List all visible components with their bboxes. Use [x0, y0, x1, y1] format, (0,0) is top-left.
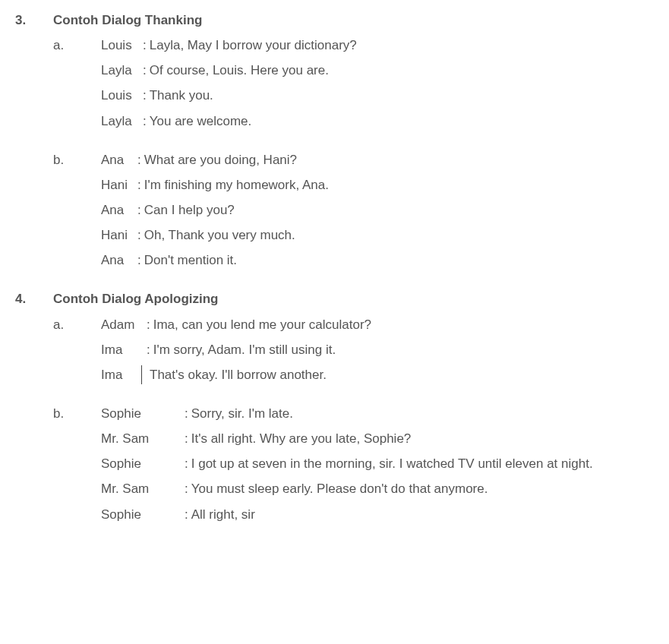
dialog-colon: :	[143, 58, 150, 83]
dialog-speaker: Louis	[101, 83, 143, 108]
section-header: 3.Contoh Dialog Thanking	[15, 8, 654, 33]
dialog-line: Sophie:I got up at seven in the morning,…	[101, 451, 654, 476]
subsection-letter: a.	[53, 312, 101, 387]
section-number: 3.	[15, 8, 53, 33]
dialog-line: Hani:Oh, Thank you very much.	[101, 223, 654, 248]
dialog-colon: :	[143, 83, 150, 108]
dialog-text: Oh, Thank you very much.	[144, 223, 654, 248]
dialog-speaker: Adam	[101, 312, 147, 337]
dialog-speaker: Layla	[101, 58, 143, 83]
dialog-text: Thank you.	[150, 83, 654, 108]
dialog-line: Ana:What are you doing, Hani?	[101, 147, 654, 172]
section: 3.Contoh Dialog Thankinga.Louis:Layla, M…	[15, 8, 654, 273]
dialog-block: Ana:What are you doing, Hani?Hani:I'm fi…	[101, 147, 654, 273]
dialog-colon: :	[137, 172, 144, 197]
dialog-line: Adam:Ima, can you lend me your calculato…	[101, 312, 654, 337]
subsection-letter: b.	[53, 401, 101, 527]
dialog-block: Adam:Ima, can you lend me your calculato…	[101, 312, 654, 387]
dialog-text: You are welcome.	[150, 109, 654, 134]
dialog-colon: :	[185, 426, 191, 451]
dialog-line: Ana:Don't mention it.	[101, 248, 654, 273]
dialog-speaker: Ima	[101, 337, 147, 362]
dialog-colon: :	[185, 476, 191, 501]
dialog-line: Mr. Sam:It's all right. Why are you late…	[101, 426, 654, 451]
dialog-colon: :	[137, 223, 144, 248]
dialog-speaker: Ana	[101, 197, 137, 223]
subsection: b.Sophie:Sorry, sir. I'm late.Mr. Sam:It…	[53, 401, 654, 527]
dialog-line: Louis:Layla, May I borrow your dictionar…	[101, 33, 654, 58]
dialog-colon: :	[185, 401, 191, 426]
dialog-text: You must sleep early. Please don't do th…	[191, 476, 654, 501]
dialog-line: Hani:I'm finishing my homework, Ana.	[101, 172, 654, 197]
dialog-colon: :	[137, 147, 144, 172]
dialog-colon: :	[143, 109, 150, 134]
dialog-text: Don't mention it.	[144, 248, 654, 273]
dialog-text: Can I help you?	[144, 197, 654, 223]
dialog-line: Layla:Of course, Louis. Here you are.	[101, 58, 654, 83]
dialog-line: ImaThat's okay. I'll borrow another.	[101, 362, 654, 387]
dialog-line: Mr. Sam:You must sleep early. Please don…	[101, 476, 654, 501]
dialog-text: Ima, can you lend me your calculator?	[153, 312, 654, 337]
dialog-text: Layla, May I borrow your dictionary?	[150, 33, 654, 58]
dialog-colon: :	[185, 451, 191, 476]
subsection: a.Louis:Layla, May I borrow your diction…	[53, 33, 654, 134]
dialog-text: Of course, Louis. Here you are.	[150, 58, 654, 83]
dialog-block: Louis:Layla, May I borrow your dictionar…	[101, 33, 654, 134]
dialog-speaker: Sophie	[101, 451, 185, 476]
dialog-speaker: Hani	[101, 172, 137, 197]
dialog-line: Louis:Thank you.	[101, 83, 654, 108]
dialog-speaker: Mr. Sam	[101, 426, 185, 451]
dialog-text: Sorry, sir. I'm late.	[191, 401, 654, 426]
subsection: b.Ana:What are you doing, Hani?Hani:I'm …	[53, 147, 654, 273]
dialog-line: Ana:Can I help you?	[101, 197, 654, 223]
dialog-speaker: Mr. Sam	[101, 476, 185, 501]
dialog-block: Sophie:Sorry, sir. I'm late.Mr. Sam:It's…	[101, 401, 654, 527]
section: 4.Contoh Dialog Apologizinga.Adam:Ima, c…	[15, 286, 654, 526]
dialog-text: What are you doing, Hani?	[144, 147, 654, 172]
dialog-speaker: Louis	[101, 33, 143, 58]
dialog-colon: :	[147, 337, 153, 362]
section-title: Contoh Dialog Apologizing	[53, 286, 654, 311]
dialog-text: All right, sir	[191, 502, 654, 527]
dialog-speaker: Layla	[101, 109, 143, 134]
document-root: 3.Contoh Dialog Thankinga.Louis:Layla, M…	[15, 8, 654, 527]
dialog-text: It's all right. Why are you late, Sophie…	[191, 426, 654, 451]
dialog-text: That's okay. I'll borrow another.	[150, 362, 654, 387]
subsection-letter: b.	[53, 147, 101, 273]
section-header: 4.Contoh Dialog Apologizing	[15, 286, 654, 311]
section-number: 4.	[15, 286, 53, 311]
dialog-text: I got up at seven in the morning, sir. I…	[191, 451, 654, 476]
dialog-colon: :	[143, 33, 150, 58]
dialog-colon: :	[147, 312, 153, 337]
text-cursor-icon	[147, 362, 150, 387]
dialog-colon: :	[137, 197, 144, 223]
dialog-speaker: Ana	[101, 147, 137, 172]
dialog-text: I'm sorry, Adam. I'm still using it.	[153, 337, 654, 362]
dialog-colon: :	[185, 502, 191, 527]
dialog-colon: :	[137, 248, 144, 273]
dialog-speaker: Ana	[101, 248, 137, 273]
dialog-speaker: Sophie	[101, 401, 185, 426]
dialog-text: I'm finishing my homework, Ana.	[144, 172, 654, 197]
subsection: a.Adam:Ima, can you lend me your calcula…	[53, 312, 654, 387]
dialog-line: Sophie:Sorry, sir. I'm late.	[101, 401, 654, 426]
dialog-speaker: Hani	[101, 223, 137, 248]
dialog-speaker: Ima	[101, 362, 147, 387]
section-title: Contoh Dialog Thanking	[53, 8, 654, 33]
dialog-speaker: Sophie	[101, 502, 185, 527]
subsection-letter: a.	[53, 33, 101, 134]
dialog-line: Ima:I'm sorry, Adam. I'm still using it.	[101, 337, 654, 362]
dialog-line: Layla:You are welcome.	[101, 109, 654, 134]
dialog-line: Sophie:All right, sir	[101, 502, 654, 527]
